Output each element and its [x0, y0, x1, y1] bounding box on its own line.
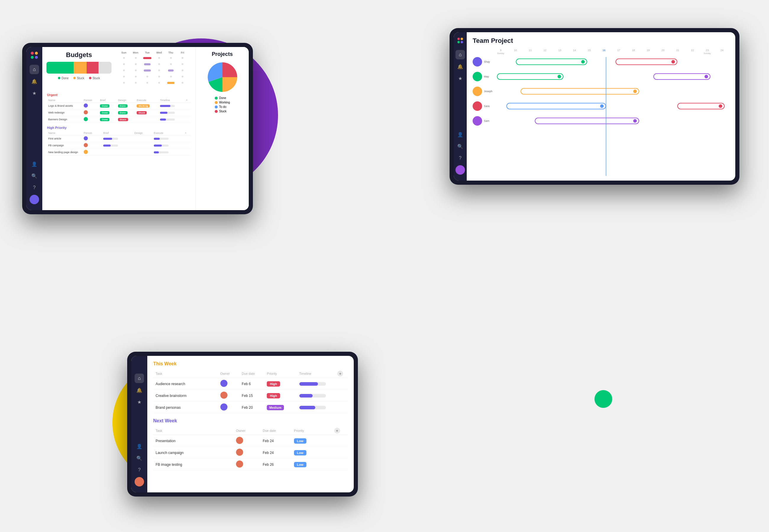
gantt-bars-may: [492, 72, 729, 81]
table-row: First article: [47, 135, 191, 142]
svg-point-2: [31, 56, 34, 59]
task-due: Feb 26: [260, 459, 292, 471]
gantt-search-icon[interactable]: 🔍: [456, 142, 465, 151]
gantt-avatar-sara: [473, 101, 482, 111]
col-owner: Owner: [218, 369, 239, 378]
task-row: Brand personas Feb 20 Medium: [153, 402, 348, 413]
timeline-bar: [299, 406, 326, 409]
bottom-home-icon[interactable]: ⌂: [135, 374, 144, 383]
add-task-btn[interactable]: +: [337, 371, 343, 377]
gantt-name-may: May: [484, 75, 492, 78]
gantt-bars-sam: [492, 117, 729, 125]
sidebar-search-icon[interactable]: 🔍: [30, 171, 39, 181]
next-week-title: Next Week: [153, 418, 348, 424]
date-header: 24: [715, 49, 729, 55]
col-due: Due date: [239, 369, 264, 378]
sidebar-home-icon[interactable]: ⌂: [30, 65, 39, 74]
sidebar-star-icon[interactable]: ★: [30, 88, 39, 98]
high-priority-table: Name Person Brief Design Execute +: [47, 131, 191, 156]
gantt-avatar-shay: [473, 57, 482, 67]
date-header: 11: [523, 49, 538, 55]
gantt-bars-joseph: [492, 87, 729, 95]
this-week-section: This Week Task Owner Due date Priority T…: [153, 361, 348, 413]
priority-badge: Medium: [267, 405, 284, 410]
gantt-logo: [456, 36, 465, 45]
task-due: Feb 24: [260, 447, 292, 459]
bottom-person-icon[interactable]: 👤: [135, 442, 144, 451]
gantt-avatar[interactable]: [456, 165, 465, 175]
task-row: Creative brainstorm Feb 15 High: [153, 390, 348, 402]
gantt-star-icon[interactable]: ★: [456, 74, 465, 83]
date-header: 22: [685, 49, 700, 55]
gantt-person-icon[interactable]: 👤: [456, 130, 465, 139]
gantt-avatar-sam: [473, 116, 482, 126]
calendar-mini: Sun Mon Tue Wed Thu Fri: [115, 51, 191, 88]
date-header: 13: [553, 49, 567, 55]
col-task: Task: [153, 426, 234, 435]
gantt-bar: [521, 88, 639, 95]
date-header: 21: [671, 49, 685, 55]
task-name: Launch campaign: [153, 447, 234, 459]
bottom-bell-icon[interactable]: 🔔: [135, 385, 144, 395]
bottom-search-icon[interactable]: 🔍: [135, 453, 144, 463]
priority-badge: Low: [294, 450, 306, 455]
task-name: Presentation: [153, 435, 234, 447]
gantt-row-sam: Sam: [473, 116, 729, 126]
sidebar-help-icon[interactable]: ?: [30, 183, 39, 192]
sidebar-left: ⌂ 🔔 ★ 👤 🔍 ?: [26, 47, 42, 210]
budget-legend: Done Stuck Stuck: [46, 77, 111, 80]
gantt-bars-shay: [492, 58, 729, 66]
gantt-bars-sara: [492, 102, 729, 110]
bottom-help-icon[interactable]: ?: [135, 465, 144, 475]
projects-title: Projects: [212, 51, 233, 57]
date-header: 9Sunday: [493, 49, 508, 55]
bg-circle-green: [595, 390, 612, 408]
projects-pie: [206, 61, 239, 93]
gantt-name-shay: Shay: [484, 60, 492, 63]
sidebar-bottom: ⌂ 🔔 ★ 👤 🔍 ?: [131, 356, 147, 492]
table-row: Logo & Brand assets Done Done Working: [47, 103, 191, 109]
urgent-title: Urgent: [47, 93, 191, 97]
gantt-date-headers: 9Sunday 10 11 12 13 14 15 16 17 18 19 20…: [493, 49, 729, 55]
task-row: Audience research Feb 6 High: [153, 378, 348, 390]
svg-point-0: [31, 52, 34, 55]
gantt-name-sara: Sara: [484, 105, 492, 108]
task-due: Feb 15: [239, 390, 264, 402]
task-due: Feb 24: [260, 435, 292, 447]
projects-panel: Projects: [195, 47, 249, 210]
task-name: FB image testing: [153, 459, 234, 471]
timeline-bar: [299, 394, 326, 398]
projects-legend: Done Working To do Stuck: [215, 96, 230, 114]
gantt-bar: [653, 73, 710, 80]
gantt-bar: [497, 73, 564, 80]
svg-point-1: [35, 52, 38, 55]
bottom-star-icon[interactable]: ★: [135, 397, 144, 407]
col-priority: Priority: [264, 369, 297, 378]
gantt-row-shay: Shay: [473, 57, 729, 67]
gantt-bar: [535, 118, 639, 124]
next-week-table: Task Owner Due date Priority + Presentat…: [153, 426, 348, 471]
bottom-avatar[interactable]: [135, 477, 144, 486]
svg-point-5: [461, 38, 463, 40]
sidebar-person-icon[interactable]: 👤: [30, 159, 39, 169]
task-due: Feb 20: [239, 402, 264, 413]
svg-point-6: [458, 41, 460, 43]
table-row: Banners Design Done Stuck: [47, 116, 191, 123]
app-logo: [30, 51, 39, 60]
priority-badge: High: [267, 393, 280, 398]
gantt-help-icon[interactable]: ?: [456, 153, 465, 163]
date-header: 12: [538, 49, 553, 55]
gantt-home-icon[interactable]: ⌂: [456, 50, 465, 59]
gantt-bar: [616, 59, 677, 65]
gantt-bell-icon[interactable]: 🔔: [456, 62, 465, 71]
date-header: 20: [656, 49, 671, 55]
sidebar-bell-icon[interactable]: 🔔: [30, 77, 39, 86]
task-row: Presentation Feb 24 Low: [153, 435, 348, 447]
sidebar-avatar[interactable]: [30, 195, 39, 204]
table-row: FB campaign: [47, 142, 191, 149]
col-owner: Owner: [234, 426, 260, 435]
gantt-name-joseph: Joseph: [484, 90, 492, 93]
gantt-row-may: May: [473, 72, 729, 81]
sidebar-right: ⌂ 🔔 ★ 👤 🔍 ?: [454, 32, 467, 181]
add-task-btn-next[interactable]: +: [334, 428, 340, 434]
